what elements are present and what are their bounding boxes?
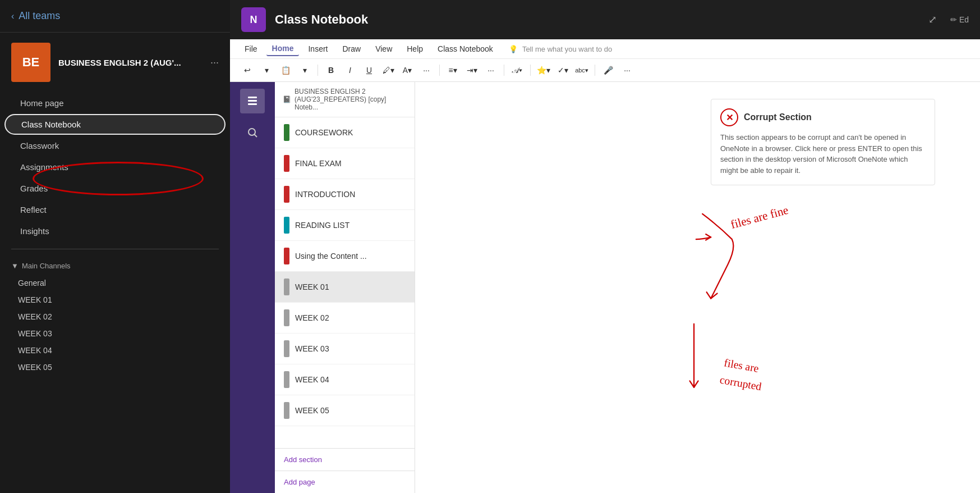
section-coursework[interactable]: COURSEWORK <box>275 117 415 148</box>
section-usingcontent[interactable]: Using the Content ... <box>275 241 415 272</box>
menu-insert[interactable]: Insert <box>302 42 333 56</box>
svg-line-4 <box>255 135 257 138</box>
menu-help[interactable]: Help <box>401 42 429 56</box>
channel-week05[interactable]: WEEK 05 <box>11 359 219 376</box>
notebook-nav <box>230 82 275 493</box>
sidebar-item-assignments[interactable]: Assignments <box>4 157 226 177</box>
team-more-button[interactable]: ··· <box>210 57 219 69</box>
sidebar-item-homepage[interactable]: Home page <box>4 93 226 113</box>
ribbon-menu-bar: File Home Insert Draw View Help Class No… <box>230 39 980 59</box>
indent-button[interactable]: ⇥▾ <box>463 62 480 78</box>
team-name: BUSINESS ENGLISH 2 (AUG'... <box>58 58 203 67</box>
expand-icon[interactable]: ⤢ <box>928 13 937 26</box>
corrupt-header: ✕ Corrupt Section <box>720 108 926 126</box>
channels-expand-icon[interactable]: ▼ <box>11 262 19 270</box>
italic-button[interactable]: I <box>342 62 358 78</box>
channels-label: Main Channels <box>22 262 71 270</box>
undo-dropdown[interactable]: ▾ <box>258 62 275 78</box>
section-label-week04: WEEK 04 <box>295 375 329 384</box>
menu-view[interactable]: View <box>370 42 398 56</box>
toolbar-divider-2 <box>439 65 440 76</box>
section-finalexam[interactable]: FINAL EXAM <box>275 148 415 179</box>
notebook-search-icon[interactable] <box>240 120 265 145</box>
paste-dropdown[interactable]: ▾ <box>296 62 313 78</box>
highlight-button[interactable]: 🖊▾ <box>380 62 397 78</box>
page-content: ✕ Corrupt Section This section appears t… <box>415 82 980 493</box>
svg-rect-0 <box>248 97 257 98</box>
sidebar-divider <box>11 249 219 249</box>
add-page-button[interactable]: Add page <box>275 471 415 493</box>
sidebar-item-classwork[interactable]: Classwork <box>4 135 226 156</box>
ribbon: File Home Insert Draw View Help Class No… <box>230 39 980 82</box>
section-introduction[interactable]: INTRODUCTION <box>275 179 415 210</box>
check-button[interactable]: ✓▾ <box>554 62 571 78</box>
svg-text:files are fine: files are fine <box>729 203 790 231</box>
top-bar: N Class Notebook ⤢ ✏ Ed <box>230 0 980 39</box>
more-text-button[interactable]: ··· <box>418 62 435 78</box>
all-teams-back[interactable]: ‹ All teams <box>0 0 230 33</box>
svg-point-3 <box>249 129 255 135</box>
toolbar-divider-4 <box>530 65 531 76</box>
section-dot-week05 <box>284 402 289 419</box>
notebook-sections-icon[interactable] <box>240 89 265 113</box>
menu-classnotebook[interactable]: Class Notebook <box>432 42 499 56</box>
section-label-week01: WEEK 01 <box>295 282 329 291</box>
paste-button[interactable]: 📋 <box>277 62 294 78</box>
corrupt-title: Corrupt Section <box>744 112 812 122</box>
menu-home[interactable]: Home <box>266 42 300 56</box>
style-button[interactable]: 𝒜▾ <box>509 62 526 78</box>
menu-file[interactable]: File <box>239 42 263 56</box>
section-label-coursework: COURSEWORK <box>295 128 353 137</box>
main-area: N Class Notebook ⤢ ✏ Ed File Home Insert… <box>230 0 980 493</box>
topbar-title: Class Notebook <box>275 12 368 27</box>
bold-button[interactable]: B <box>323 62 339 78</box>
section-dot-week01 <box>284 279 289 295</box>
channel-week01[interactable]: WEEK 01 <box>11 291 219 308</box>
star-button[interactable]: ⭐▾ <box>535 62 552 78</box>
section-readinglist[interactable]: READING LIST <box>275 210 415 241</box>
channel-week03[interactable]: WEEK 03 <box>11 325 219 342</box>
section-week02[interactable]: WEEK 02 <box>275 303 415 334</box>
underline-button[interactable]: U <box>361 62 378 78</box>
content-area: 📓 BUSINESS ENGLISH 2 (AUG'23_REPEATERS) … <box>230 82 980 493</box>
more-para-button[interactable]: ··· <box>482 62 499 78</box>
channel-week02[interactable]: WEEK 02 <box>11 308 219 325</box>
section-dot-coursework <box>284 124 289 141</box>
menu-draw[interactable]: Draw <box>337 42 366 56</box>
section-week05[interactable]: WEEK 05 <box>275 395 415 426</box>
tell-me-box[interactable]: 💡 Tell me what you want to do <box>502 43 971 56</box>
edit-button[interactable]: ✏ Ed <box>950 15 969 24</box>
corrupt-section-box[interactable]: ✕ Corrupt Section This section appears t… <box>711 99 935 185</box>
section-week04[interactable]: WEEK 04 <box>275 364 415 395</box>
sidebar-item-grades[interactable]: Grades <box>4 178 226 199</box>
font-color-button[interactable]: A▾ <box>399 62 416 78</box>
team-info: BE BUSINESS ENGLISH 2 (AUG'... ··· <box>0 33 230 92</box>
section-label-finalexam: FINAL EXAM <box>295 159 342 168</box>
channel-week04[interactable]: WEEK 04 <box>11 342 219 359</box>
list-button[interactable]: ≡▾ <box>444 62 461 78</box>
channels-section: ▼ Main Channels General WEEK 01 WEEK 02 … <box>0 256 230 381</box>
sidebar-item-insights[interactable]: Insights <box>4 221 226 241</box>
section-label-readinglist: READING LIST <box>295 221 349 230</box>
section-week03[interactable]: WEEK 03 <box>275 334 415 364</box>
breadcrumb-text: BUSINESS ENGLISH 2 (AUG'23_REPEATERS) [c… <box>295 88 407 111</box>
section-label-week05: WEEK 05 <box>295 406 329 415</box>
back-arrow-icon: ‹ <box>11 11 14 21</box>
abc-button[interactable]: abc▾ <box>573 62 590 78</box>
more-button[interactable]: ··· <box>619 62 636 78</box>
ribbon-toolbar: ↩ ▾ 📋 ▾ B I U 🖊▾ A▾ ··· ≡▾ ⇥▾ ··· 𝒜▾ ⭐▾ … <box>230 59 980 81</box>
channel-general[interactable]: General <box>11 275 219 291</box>
sidebar: ‹ All teams BE BUSINESS ENGLISH 2 (AUG'.… <box>0 0 230 493</box>
onenote-letter: N <box>250 14 257 26</box>
svg-rect-1 <box>248 100 257 102</box>
undo-button[interactable]: ↩ <box>239 62 256 78</box>
sidebar-item-classnotebook[interactable]: Class Notebook <box>4 114 226 135</box>
section-week01[interactable]: WEEK 01 <box>275 272 415 303</box>
add-section-button[interactable]: Add section <box>275 448 415 471</box>
mic-button[interactable]: 🎤 <box>600 62 616 78</box>
sidebar-item-reflect[interactable]: Reflect <box>4 199 226 220</box>
toolbar-divider-1 <box>318 65 318 76</box>
all-teams-label: All teams <box>19 10 60 22</box>
channels-header: ▼ Main Channels <box>11 262 219 270</box>
sidebar-nav: Home page Class Notebook Classwork Assig… <box>0 92 230 242</box>
